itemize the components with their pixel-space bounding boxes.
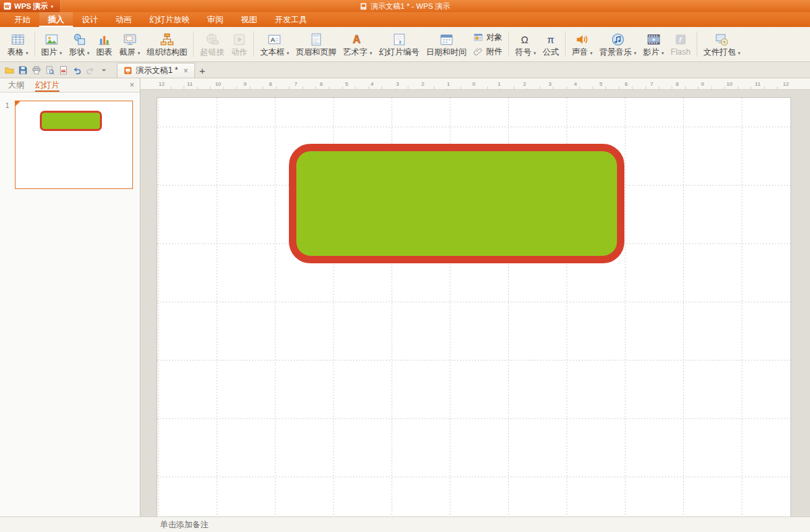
ruler-mark: 1	[496, 80, 502, 88]
sound-icon	[575, 32, 589, 47]
undo-button[interactable]	[71, 64, 83, 76]
undo-dropdown-icon	[99, 65, 109, 75]
menu-tabs: 开始插入设计动画幻灯片放映审阅视图开发工具	[5, 12, 316, 27]
panel-close-icon[interactable]: ×	[130, 78, 134, 92]
shapes-button[interactable]: 形状 ▾	[65, 28, 93, 60]
ribbon: 表格 ▾图片 ▾形状 ▾图表截屏 ▾组织结构图超链接动作A文本框 ▾页眉和页脚A…	[0, 27, 810, 62]
ribbon-group-separator	[697, 32, 697, 57]
svg-text:W: W	[5, 3, 10, 9]
slide-number-button[interactable]: #幻灯片编号	[375, 28, 423, 60]
rounded-rectangle-shape[interactable]	[289, 144, 624, 263]
quick-access-toolbar: PDF	[3, 62, 110, 78]
wps-logo-icon: W	[3, 2, 11, 10]
print-preview-button[interactable]	[44, 64, 56, 76]
screenshot-icon	[123, 32, 137, 47]
header-footer-icon	[309, 32, 323, 47]
menu-tab-dev-tools[interactable]: 开发工具	[266, 12, 316, 27]
dropdown-caret-icon: ▾	[590, 51, 593, 55]
menu-tab-design[interactable]: 设计	[73, 12, 107, 27]
ruler-mark: 2	[420, 80, 425, 88]
chart-button[interactable]: 图表	[93, 28, 116, 60]
svg-text:PDF: PDF	[61, 70, 65, 72]
tab-slides[interactable]: 幻灯片	[35, 78, 59, 92]
ribbon-groups: 表格 ▾图片 ▾形状 ▾图表截屏 ▾组织结构图超链接动作A文本框 ▾页眉和页脚A…	[4, 28, 744, 60]
document-tab[interactable]: 演示文稿1 * ×	[117, 63, 195, 78]
ruler-mark: 7	[293, 80, 298, 88]
selected-slide-marker	[15, 101, 21, 107]
menu-bar: 开始插入设计动画幻灯片放映审阅视图开发工具	[0, 12, 810, 27]
table-button[interactable]: 表格 ▾	[4, 28, 32, 60]
ruler-mark: 4	[369, 80, 375, 88]
document-tab-title: 演示文稿1 *	[136, 65, 178, 76]
slide[interactable]	[157, 98, 790, 516]
ruler-mark: 11	[186, 80, 194, 88]
menu-tab-animation[interactable]: 动画	[107, 12, 140, 27]
menu-tab-home[interactable]: 开始	[5, 12, 39, 27]
menu-tab-slideshow[interactable]: 幻灯片放映	[140, 12, 198, 27]
shapes-icon	[72, 32, 86, 47]
ruler-mark: 8	[674, 80, 680, 88]
file-pack-icon	[715, 32, 729, 47]
text-box-button[interactable]: A文本框 ▾	[256, 28, 292, 60]
svg-text:π: π	[547, 34, 554, 45]
ruler-mark: 10	[214, 80, 223, 88]
sound-button[interactable]: 声音 ▾	[568, 28, 596, 60]
menu-tab-review[interactable]: 审阅	[198, 12, 232, 27]
symbol-icon: Ω	[518, 32, 533, 47]
export-pdf-button[interactable]: PDF	[57, 64, 70, 76]
title-bar: W WPS 演示 ▾ 演示文稿1 * - WPS 演示	[0, 0, 810, 12]
editing-area: 1211109876543210123456789101112	[140, 78, 810, 516]
screenshot-button[interactable]: 截屏 ▾	[116, 28, 144, 60]
org-chart-button[interactable]: 组织结构图	[143, 28, 190, 60]
dropdown-caret-icon: ▾	[634, 51, 637, 55]
word-art-button[interactable]: A艺术字 ▾	[340, 28, 375, 60]
thumbnail-area: 1	[0, 92, 140, 516]
hyperlink-button: 超链接	[196, 28, 227, 60]
wps-logo-button[interactable]: W WPS 演示 ▾	[0, 0, 61, 12]
tab-close-icon[interactable]: ×	[184, 67, 188, 75]
date-time-button[interactable]: 日期和时间	[423, 28, 470, 60]
ruler-mark: 5	[344, 80, 349, 88]
ruler-mark: 6	[319, 80, 324, 88]
ribbon-stack: 对象附件	[470, 28, 506, 60]
attachment-button[interactable]: 附件	[473, 46, 502, 57]
background-music-icon	[611, 32, 625, 47]
logo-dropdown-caret-icon: ▾	[51, 4, 53, 9]
picture-button[interactable]: 图片 ▾	[38, 28, 65, 60]
dropdown-caret-icon: ▾	[370, 51, 373, 55]
redo-button[interactable]	[84, 64, 97, 76]
slide-number: 1	[5, 102, 9, 109]
slide-thumbnail[interactable]	[15, 101, 133, 189]
undo-dropdown-button[interactable]	[98, 64, 110, 76]
open-button[interactable]	[3, 64, 16, 76]
svg-text:#: #	[399, 40, 402, 45]
tab-outline[interactable]: 大纲	[8, 78, 24, 92]
dropdown-caret-icon: ▾	[138, 51, 140, 55]
notes-bar[interactable]: 单击添加备注	[0, 516, 810, 532]
ruler-mark: 11	[753, 80, 761, 88]
symbol-button[interactable]: Ω符号 ▾	[512, 28, 539, 60]
file-pack-button[interactable]: 文件打包 ▾	[700, 28, 744, 60]
slide-canvas[interactable]	[140, 90, 810, 516]
save-button[interactable]	[17, 64, 29, 76]
svg-text:A: A	[353, 34, 360, 45]
attachment-icon	[473, 47, 483, 57]
ruler-mark: 9	[700, 80, 705, 88]
window-title: 演示文稿1 * - WPS 演示	[0, 0, 810, 12]
new-tab-button[interactable]: +	[195, 63, 210, 78]
export-pdf-icon: PDF	[59, 65, 68, 75]
menu-tab-insert[interactable]: 插入	[39, 12, 73, 27]
dropdown-caret-icon: ▾	[59, 51, 62, 55]
dropdown-caret-icon: ▾	[662, 51, 664, 55]
print-icon	[32, 65, 41, 75]
dropdown-caret-icon: ▾	[287, 51, 290, 55]
background-music-button[interactable]: 背景音乐 ▾	[596, 28, 640, 60]
print-button[interactable]	[30, 64, 43, 76]
formula-button[interactable]: π公式	[539, 28, 562, 60]
dropdown-caret-icon: ▾	[534, 51, 537, 55]
header-footer-button[interactable]: 页眉和页脚	[292, 28, 340, 60]
movie-button[interactable]: 影片 ▾	[640, 28, 668, 60]
object-button[interactable]: 对象	[473, 32, 502, 43]
menu-tab-view[interactable]: 视图	[232, 12, 266, 27]
ribbon-group-separator	[34, 32, 35, 57]
